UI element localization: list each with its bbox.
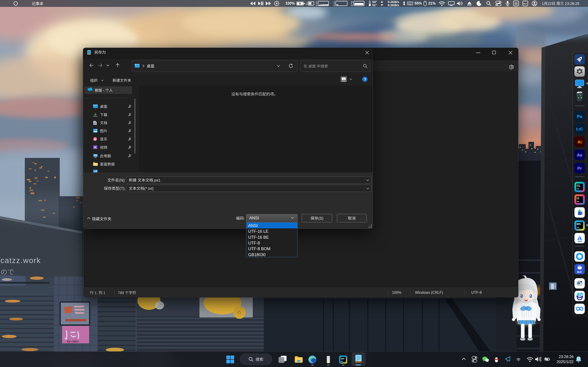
svg-text:C: C — [306, 2, 307, 5]
svg-text:catzz.work: catzz.work — [0, 256, 41, 265]
svg-text:M: M — [351, 4, 353, 6]
svg-text:U: U — [316, 4, 317, 6]
svg-text:D: D — [334, 4, 335, 6]
svg-text:GUI: GUI — [577, 271, 582, 273]
svg-text:by catzz: by catzz — [67, 340, 79, 343]
svg-text:?: ? — [364, 77, 366, 81]
svg-text:iFLY: iFLY — [523, 3, 527, 5]
